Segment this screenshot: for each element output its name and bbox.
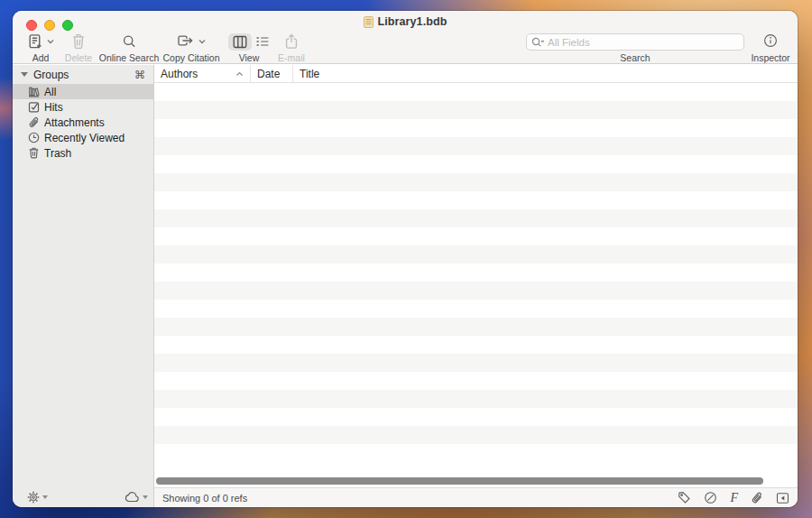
trash-icon	[71, 33, 86, 50]
keywords-button[interactable]	[678, 491, 691, 504]
window-chrome: Library1.bdb Add	[13, 11, 798, 64]
search-field[interactable]	[526, 33, 744, 51]
inspector-label: Inspector	[745, 52, 796, 63]
search-label: Search	[526, 52, 744, 63]
table-body-empty-rows	[154, 83, 798, 462]
email-button: E-mail	[272, 32, 311, 63]
disclosure-triangle-icon[interactable]	[21, 72, 28, 77]
sidebar-item-hits[interactable]: Hits	[13, 99, 153, 115]
column-label: Title	[300, 68, 319, 80]
status-text: Showing 0 of 0 refs	[162, 493, 678, 504]
online-search-button[interactable]: Online Search	[97, 32, 161, 63]
reference-table: Authors Date Title	[154, 65, 798, 487]
column-label: Authors	[161, 68, 198, 80]
export-citation-icon	[177, 34, 195, 49]
toggle-side-panel-button[interactable]	[776, 492, 789, 504]
paperclip-icon	[751, 491, 763, 504]
chevron-down-icon[interactable]	[47, 39, 54, 44]
command-key-icon[interactable]: ⌘	[134, 69, 145, 81]
online-search-label: Online Search	[97, 52, 161, 63]
sidebar-item-label: Attachments	[44, 116, 105, 129]
add-publication-icon	[27, 33, 43, 50]
sidebar-item-trash[interactable]: Trash	[13, 145, 153, 161]
view-columns-button[interactable]	[228, 33, 252, 51]
columns-view-icon	[233, 35, 247, 49]
table-header: Authors Date Title	[154, 65, 798, 83]
email-label: E-mail	[272, 52, 311, 63]
groups-header[interactable]: Groups ⌘	[13, 65, 153, 84]
copy-citation-button[interactable]: Copy Citation	[160, 32, 223, 63]
collapse-panel-icon	[776, 492, 789, 504]
no-crossref-button[interactable]	[704, 491, 717, 504]
sidebar-item-all[interactable]: All	[13, 84, 153, 99]
share-icon	[284, 33, 299, 50]
delete-button: Delete	[59, 32, 98, 63]
content-area: Groups ⌘ All Hits	[13, 65, 798, 487]
document-icon	[364, 16, 374, 28]
sidebar-item-recently-viewed[interactable]: Recently Viewed	[13, 130, 153, 145]
sidebar-item-label: Recently Viewed	[44, 132, 125, 144]
formula-button[interactable]: F	[730, 492, 738, 504]
status-bar: Showing 0 of 0 refs F	[13, 487, 798, 507]
add-label: Add	[18, 52, 63, 63]
clock-icon	[28, 132, 40, 143]
search-scope-icon[interactable]	[531, 37, 545, 48]
paperclip-icon	[28, 116, 40, 128]
inspector-button[interactable]	[763, 33, 778, 51]
search-input[interactable]	[548, 37, 739, 48]
sidebar-item-label: Trash	[44, 147, 71, 160]
view-control: View	[223, 32, 275, 63]
group-action-button[interactable]	[27, 491, 40, 504]
column-header-title[interactable]: Title	[293, 65, 798, 82]
groups-sidebar: Groups ⌘ All Hits	[13, 65, 154, 487]
horizontal-scrollbar[interactable]	[156, 477, 763, 485]
column-header-date[interactable]: Date	[251, 65, 293, 82]
sidebar-status-section	[13, 487, 154, 507]
app-window: Library1.bdb Add	[13, 11, 798, 507]
sidebar-item-label: All	[44, 86, 56, 98]
chevron-down-icon[interactable]	[198, 39, 206, 44]
magnifier-icon	[122, 34, 137, 50]
main-status-section: Showing 0 of 0 refs F	[154, 487, 798, 507]
cloud-icon	[125, 492, 140, 503]
tag-icon	[678, 491, 691, 504]
info-icon	[763, 33, 778, 48]
library-icon	[28, 86, 40, 97]
slashed-circle-icon	[704, 491, 717, 504]
view-list-button[interactable]	[255, 35, 270, 48]
checkbox-check-icon	[28, 101, 40, 113]
chevron-down-icon[interactable]	[42, 495, 48, 499]
sidebar-item-attachments[interactable]: Attachments	[13, 115, 153, 130]
titlebar: Library1.bdb	[13, 14, 798, 29]
chevron-down-icon[interactable]	[143, 495, 148, 499]
copy-citation-label: Copy Citation	[160, 52, 223, 63]
delete-label: Delete	[59, 52, 98, 63]
add-button[interactable]: Add	[18, 32, 63, 63]
column-header-authors[interactable]: Authors	[154, 65, 251, 82]
sort-ascending-icon	[235, 71, 244, 77]
column-label: Date	[257, 68, 280, 80]
trash-icon	[28, 147, 40, 159]
sidebar-item-label: Hits	[44, 101, 63, 114]
external-groups-button[interactable]	[125, 492, 140, 503]
view-label: View	[223, 52, 275, 63]
gear-icon	[27, 491, 40, 504]
window-title: Library1.bdb	[378, 15, 448, 28]
attachments-filter-button[interactable]	[751, 491, 763, 504]
list-view-icon	[255, 35, 270, 48]
groups-title: Groups	[33, 69, 129, 81]
